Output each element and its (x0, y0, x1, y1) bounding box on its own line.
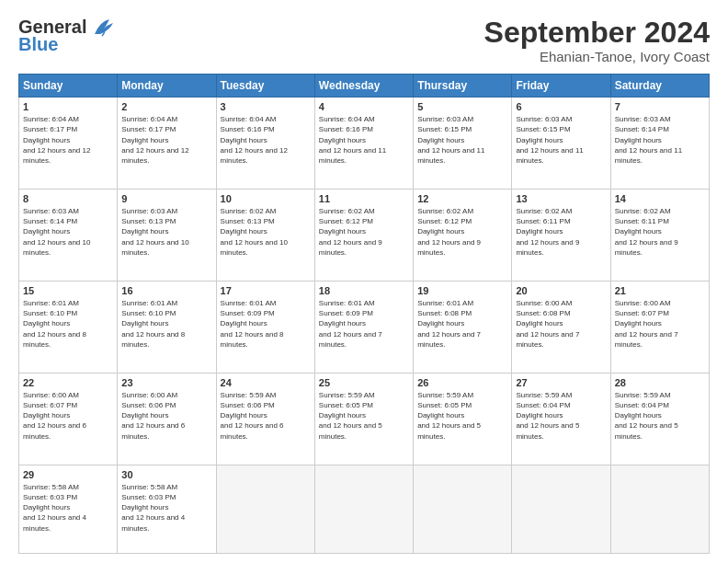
header-wednesday: Wednesday (314, 75, 413, 98)
day-number: 20 (516, 285, 606, 296)
title-area: September 2024 Ehanian-Tanoe, Ivory Coas… (484, 17, 710, 64)
day-info: Sunrise: 5:59 AMSunset: 6:06 PMDaylight … (221, 390, 311, 442)
calendar-week-row: 15Sunrise: 6:01 AMSunset: 6:10 PMDayligh… (19, 282, 710, 373)
day-number: 27 (516, 377, 606, 388)
calendar-cell: 2Sunrise: 6:04 AMSunset: 6:17 PMDaylight… (118, 98, 216, 190)
calendar-cell: 4Sunrise: 6:04 AMSunset: 6:16 PMDaylight… (314, 98, 413, 190)
calendar-cell: 13Sunrise: 6:02 AMSunset: 6:11 PMDayligh… (512, 190, 610, 282)
calendar-cell: 21Sunrise: 6:00 AMSunset: 6:07 PMDayligh… (610, 282, 709, 373)
calendar-cell: 19Sunrise: 6:01 AMSunset: 6:08 PMDayligh… (414, 282, 512, 373)
header: General Blue September 2024 Ehanian-Tano… (18, 17, 710, 64)
calendar-cell: 29Sunrise: 5:58 AMSunset: 6:03 PMDayligh… (19, 465, 118, 553)
header-tuesday: Tuesday (216, 75, 314, 98)
calendar-cell (314, 465, 413, 553)
day-number: 9 (121, 193, 211, 204)
header-monday: Monday (118, 75, 216, 98)
day-number: 3 (221, 101, 311, 112)
day-info: Sunrise: 6:03 AMSunset: 6:14 PMDaylight … (23, 206, 113, 258)
day-info: Sunrise: 6:00 AMSunset: 6:08 PMDaylight … (516, 298, 606, 350)
day-number: 28 (615, 377, 705, 388)
day-number: 22 (23, 377, 113, 388)
day-info: Sunrise: 6:00 AMSunset: 6:07 PMDaylight … (23, 390, 113, 442)
day-info: Sunrise: 6:01 AMSunset: 6:10 PMDaylight … (23, 298, 113, 350)
logo-blue-text: Blue (18, 34, 58, 55)
calendar-cell: 6Sunrise: 6:03 AMSunset: 6:15 PMDaylight… (512, 98, 610, 190)
logo: General Blue (18, 17, 117, 55)
calendar-cell (610, 465, 709, 553)
day-number: 15 (23, 285, 113, 296)
day-info: Sunrise: 6:04 AMSunset: 6:17 PMDaylight … (23, 114, 113, 166)
day-info: Sunrise: 5:59 AMSunset: 6:05 PMDaylight … (417, 390, 507, 442)
calendar-week-row: 1Sunrise: 6:04 AMSunset: 6:17 PMDaylight… (19, 98, 710, 190)
day-number: 18 (319, 285, 409, 296)
day-info: Sunrise: 6:03 AMSunset: 6:15 PMDaylight … (417, 114, 507, 166)
day-number: 1 (23, 101, 113, 112)
calendar-week-row: 29Sunrise: 5:58 AMSunset: 6:03 PMDayligh… (19, 465, 710, 553)
day-info: Sunrise: 6:01 AMSunset: 6:09 PMDaylight … (319, 298, 409, 350)
calendar-cell: 18Sunrise: 6:01 AMSunset: 6:09 PMDayligh… (314, 282, 413, 373)
day-info: Sunrise: 6:02 AMSunset: 6:12 PMDaylight … (417, 206, 507, 258)
header-saturday: Saturday (610, 75, 709, 98)
day-number: 4 (319, 101, 409, 112)
calendar-cell: 20Sunrise: 6:00 AMSunset: 6:08 PMDayligh… (512, 282, 610, 373)
calendar-cell: 30Sunrise: 5:58 AMSunset: 6:03 PMDayligh… (118, 465, 216, 553)
calendar-cell: 11Sunrise: 6:02 AMSunset: 6:12 PMDayligh… (314, 190, 413, 282)
calendar-cell: 14Sunrise: 6:02 AMSunset: 6:11 PMDayligh… (610, 190, 709, 282)
day-number: 26 (417, 377, 507, 388)
calendar-table: Sunday Monday Tuesday Wednesday Thursday… (18, 74, 710, 554)
calendar-cell: 25Sunrise: 5:59 AMSunset: 6:05 PMDayligh… (314, 373, 413, 465)
calendar-week-row: 22Sunrise: 6:00 AMSunset: 6:07 PMDayligh… (19, 373, 710, 465)
day-info: Sunrise: 6:03 AMSunset: 6:13 PMDaylight … (121, 206, 211, 258)
calendar-cell (216, 465, 314, 553)
day-number: 19 (417, 285, 507, 296)
day-number: 25 (319, 377, 409, 388)
day-number: 13 (516, 193, 606, 204)
day-info: Sunrise: 6:01 AMSunset: 6:10 PMDaylight … (121, 298, 211, 350)
calendar-cell: 23Sunrise: 6:00 AMSunset: 6:06 PMDayligh… (118, 373, 216, 465)
day-info: Sunrise: 6:00 AMSunset: 6:06 PMDaylight … (121, 390, 211, 442)
day-number: 8 (23, 193, 113, 204)
calendar-cell: 9Sunrise: 6:03 AMSunset: 6:13 PMDaylight… (118, 190, 216, 282)
calendar-cell: 28Sunrise: 5:59 AMSunset: 6:04 PMDayligh… (610, 373, 709, 465)
calendar-cell: 1Sunrise: 6:04 AMSunset: 6:17 PMDaylight… (19, 98, 118, 190)
calendar-cell: 8Sunrise: 6:03 AMSunset: 6:14 PMDaylight… (19, 190, 118, 282)
day-info: Sunrise: 6:04 AMSunset: 6:16 PMDaylight … (221, 114, 311, 166)
calendar-cell (414, 465, 512, 553)
calendar-cell: 12Sunrise: 6:02 AMSunset: 6:12 PMDayligh… (414, 190, 512, 282)
day-info: Sunrise: 6:02 AMSunset: 6:13 PMDaylight … (221, 206, 311, 258)
day-info: Sunrise: 6:04 AMSunset: 6:16 PMDaylight … (319, 114, 409, 166)
day-number: 10 (221, 193, 311, 204)
day-number: 7 (615, 101, 705, 112)
day-number: 23 (121, 377, 211, 388)
calendar-cell: 27Sunrise: 5:59 AMSunset: 6:04 PMDayligh… (512, 373, 610, 465)
calendar-cell (512, 465, 610, 553)
day-info: Sunrise: 6:02 AMSunset: 6:12 PMDaylight … (319, 206, 409, 258)
day-number: 29 (23, 469, 113, 480)
calendar-cell: 5Sunrise: 6:03 AMSunset: 6:15 PMDaylight… (414, 98, 512, 190)
month-title: September 2024 (484, 17, 710, 49)
header-friday: Friday (512, 75, 610, 98)
day-number: 17 (221, 285, 311, 296)
day-number: 12 (417, 193, 507, 204)
day-number: 2 (121, 101, 211, 112)
calendar-cell: 17Sunrise: 6:01 AMSunset: 6:09 PMDayligh… (216, 282, 314, 373)
day-info: Sunrise: 5:58 AMSunset: 6:03 PMDaylight … (23, 482, 113, 534)
page: General Blue September 2024 Ehanian-Tano… (0, 0, 728, 563)
calendar-cell: 10Sunrise: 6:02 AMSunset: 6:13 PMDayligh… (216, 190, 314, 282)
day-number: 21 (615, 285, 705, 296)
day-info: Sunrise: 5:59 AMSunset: 6:04 PMDaylight … (516, 390, 606, 442)
day-info: Sunrise: 6:02 AMSunset: 6:11 PMDaylight … (516, 206, 606, 258)
calendar-cell: 22Sunrise: 6:00 AMSunset: 6:07 PMDayligh… (19, 373, 118, 465)
calendar-week-row: 8Sunrise: 6:03 AMSunset: 6:14 PMDaylight… (19, 190, 710, 282)
calendar-cell: 26Sunrise: 5:59 AMSunset: 6:05 PMDayligh… (414, 373, 512, 465)
header-sunday: Sunday (19, 75, 118, 98)
day-info: Sunrise: 6:02 AMSunset: 6:11 PMDaylight … (615, 206, 705, 258)
day-number: 24 (221, 377, 311, 388)
calendar-cell: 16Sunrise: 6:01 AMSunset: 6:10 PMDayligh… (118, 282, 216, 373)
day-number: 6 (516, 101, 606, 112)
calendar-cell: 24Sunrise: 5:59 AMSunset: 6:06 PMDayligh… (216, 373, 314, 465)
day-number: 16 (121, 285, 211, 296)
day-info: Sunrise: 6:01 AMSunset: 6:09 PMDaylight … (221, 298, 311, 350)
day-info: Sunrise: 5:59 AMSunset: 6:05 PMDaylight … (319, 390, 409, 442)
day-info: Sunrise: 6:01 AMSunset: 6:08 PMDaylight … (417, 298, 507, 350)
